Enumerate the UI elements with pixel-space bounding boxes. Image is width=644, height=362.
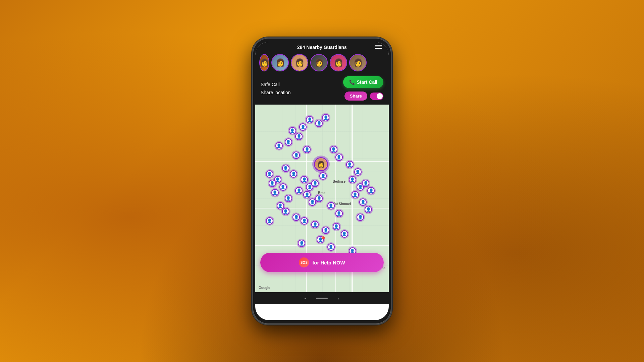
safe-call-row: Safe Call: [261, 82, 291, 87]
guardian-marker-28[interactable]: 👤: [349, 176, 356, 183]
avatar-partial[interactable]: 👩: [259, 54, 269, 71]
guardian-marker-1[interactable]: 👤: [306, 116, 313, 123]
guardian-marker-20[interactable]: 👤: [311, 180, 319, 187]
nearby-guardians-title: 284 Nearby Guardians: [297, 45, 347, 50]
guardian-marker-2[interactable]: 👤: [322, 114, 329, 121]
share-location-label: Share location: [261, 90, 291, 95]
guardian-marker-42[interactable]: 👤: [341, 230, 348, 238]
guardian-marker-45[interactable]: 👤: [335, 210, 343, 217]
avatar-4[interactable]: 👩: [330, 54, 347, 71]
share-controls: Share: [344, 92, 383, 101]
guardian-marker-25[interactable]: 👤: [315, 195, 323, 202]
guardian-marker-26[interactable]: 👤: [346, 161, 354, 168]
guardian-marker-11[interactable]: 👤: [266, 170, 273, 178]
guardian-marker-5[interactable]: 👤: [289, 127, 296, 134]
guardian-marker-14[interactable]: 👤: [279, 183, 287, 191]
guardian-marker-18[interactable]: 👤: [301, 176, 308, 183]
guardian-marker-7[interactable]: 👤: [285, 138, 292, 146]
guardian-marker-13[interactable]: 👤: [269, 180, 276, 187]
guardian-marker-27[interactable]: 👤: [354, 168, 362, 176]
google-watermark: Google: [259, 286, 270, 290]
guardian-marker-8[interactable]: 👤: [275, 142, 283, 149]
featured-guardian-marker[interactable]: 👩: [314, 157, 328, 171]
guardian-marker-3[interactable]: 👤: [315, 120, 323, 127]
left-controls: Safe Call Share location: [261, 82, 291, 95]
location-pin: 📍: [319, 236, 327, 243]
share-button[interactable]: Share: [344, 92, 367, 101]
map-label-beilinse: Beilinse: [333, 180, 345, 183]
right-controls: 📞 Start Call Share: [343, 76, 383, 101]
guardian-marker-36[interactable]: 👤: [282, 208, 289, 215]
start-call-button[interactable]: 📞 Start Call: [343, 76, 383, 88]
guardian-marker-50[interactable]: 👤: [266, 217, 273, 225]
sos-icon: SOS: [299, 257, 309, 267]
avatar-1[interactable]: 👩: [271, 54, 289, 71]
guardian-marker-47[interactable]: 👤: [330, 146, 337, 153]
featured-avatar: 👩: [315, 158, 327, 170]
guardian-marker-16[interactable]: 👤: [282, 165, 289, 172]
guardian-marker-48[interactable]: 👤: [285, 195, 292, 202]
avatars-row: 👩 👩 👩 👩 👩 👩: [255, 52, 389, 74]
safe-call-label: Safe Call: [261, 82, 280, 87]
avatar-2[interactable]: 👩: [291, 54, 308, 71]
nav-back-button[interactable]: ‹: [338, 296, 339, 301]
hamburger-menu-icon[interactable]: [375, 45, 382, 49]
guardian-marker-49[interactable]: 👤: [277, 202, 284, 209]
bottom-nav: ‹: [255, 292, 389, 304]
guardian-marker-46[interactable]: 👤: [335, 154, 343, 161]
phone-frame: 284 Nearby Guardians 👩 👩 👩: [252, 37, 392, 325]
guardian-marker-15[interactable]: 👤: [271, 189, 279, 196]
guardian-marker-40[interactable]: 👤: [322, 227, 329, 234]
nav-dot-1: [305, 298, 306, 299]
avatar-3[interactable]: 👩: [310, 54, 328, 71]
nav-home-bar: [316, 298, 328, 299]
toggle-knob: [377, 93, 383, 99]
share-location-toggle[interactable]: [370, 93, 383, 100]
phone-screen: 284 Nearby Guardians 👩 👩 👩: [255, 42, 389, 320]
map-label-brak: Brak: [318, 191, 325, 195]
start-call-label: Start Call: [357, 79, 377, 85]
help-now-label: for Help NOW: [312, 260, 345, 265]
guardian-marker-23[interactable]: 👤: [303, 191, 311, 198]
share-location-row: Share location: [261, 90, 291, 95]
guardian-marker-30[interactable]: 👤: [352, 191, 359, 198]
avatar-5[interactable]: 👩: [349, 54, 367, 71]
phone-icon: 📞: [349, 79, 355, 85]
guardian-marker-44[interactable]: 👤: [327, 202, 335, 209]
guardian-marker-41[interactable]: 👤: [333, 223, 340, 230]
help-now-button[interactable]: SOS for Help NOW: [260, 253, 384, 272]
road-h3: [255, 245, 389, 246]
top-bar: 284 Nearby Guardians: [255, 42, 389, 52]
guardian-marker-21[interactable]: 👤: [319, 172, 327, 180]
phone-wrapper: 284 Nearby Guardians 👩 👩 👩: [252, 37, 392, 325]
controls-area: Safe Call Share location 📞 Start Call Sh…: [255, 74, 389, 105]
map-area[interactable]: Beilinse Brak Giv'at Shmuel 👩 👤 👤 👤 👤 👤 …: [255, 105, 389, 292]
